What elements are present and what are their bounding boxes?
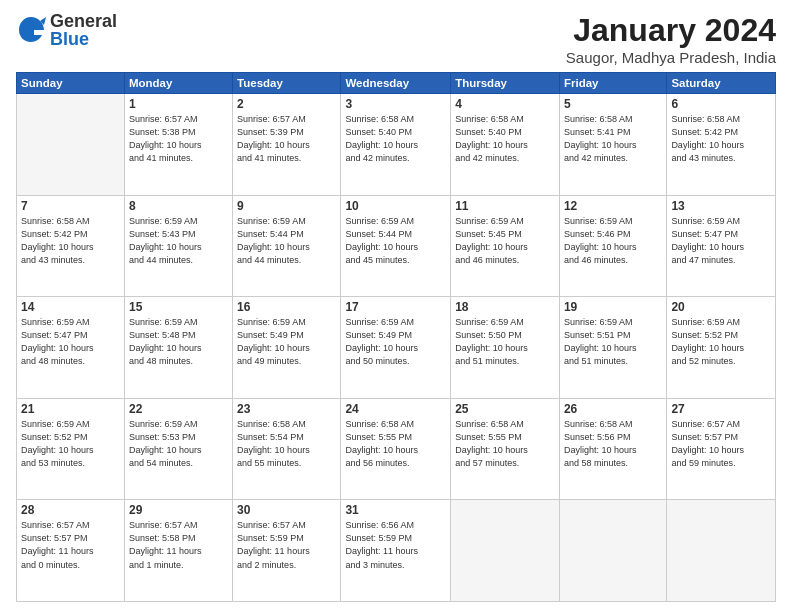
day-detail: Sunrise: 6:59 AM Sunset: 5:53 PM Dayligh… <box>129 418 228 470</box>
day-detail: Sunrise: 6:58 AM Sunset: 5:42 PM Dayligh… <box>671 113 771 165</box>
logo-text: General Blue <box>50 12 117 48</box>
week-row-5: 28Sunrise: 6:57 AM Sunset: 5:57 PM Dayli… <box>17 500 776 602</box>
calendar-cell: 13Sunrise: 6:59 AM Sunset: 5:47 PM Dayli… <box>667 195 776 297</box>
calendar-cell: 27Sunrise: 6:57 AM Sunset: 5:57 PM Dayli… <box>667 398 776 500</box>
calendar-cell: 16Sunrise: 6:59 AM Sunset: 5:49 PM Dayli… <box>233 297 341 399</box>
day-number: 26 <box>564 402 662 416</box>
column-header-saturday: Saturday <box>667 73 776 94</box>
calendar-cell <box>667 500 776 602</box>
day-number: 21 <box>21 402 120 416</box>
calendar-cell: 23Sunrise: 6:58 AM Sunset: 5:54 PM Dayli… <box>233 398 341 500</box>
week-row-3: 14Sunrise: 6:59 AM Sunset: 5:47 PM Dayli… <box>17 297 776 399</box>
calendar-cell: 24Sunrise: 6:58 AM Sunset: 5:55 PM Dayli… <box>341 398 451 500</box>
day-number: 29 <box>129 503 228 517</box>
day-number: 19 <box>564 300 662 314</box>
title-month: January 2024 <box>566 12 776 49</box>
day-detail: Sunrise: 6:59 AM Sunset: 5:47 PM Dayligh… <box>21 316 120 368</box>
calendar-cell: 8Sunrise: 6:59 AM Sunset: 5:43 PM Daylig… <box>124 195 232 297</box>
day-detail: Sunrise: 6:57 AM Sunset: 5:59 PM Dayligh… <box>237 519 336 571</box>
day-detail: Sunrise: 6:59 AM Sunset: 5:48 PM Dayligh… <box>129 316 228 368</box>
calendar-cell: 3Sunrise: 6:58 AM Sunset: 5:40 PM Daylig… <box>341 94 451 196</box>
logo-blue: Blue <box>50 30 117 48</box>
calendar-cell: 25Sunrise: 6:58 AM Sunset: 5:55 PM Dayli… <box>451 398 560 500</box>
week-row-2: 7Sunrise: 6:58 AM Sunset: 5:42 PM Daylig… <box>17 195 776 297</box>
day-detail: Sunrise: 6:57 AM Sunset: 5:39 PM Dayligh… <box>237 113 336 165</box>
calendar-cell: 26Sunrise: 6:58 AM Sunset: 5:56 PM Dayli… <box>559 398 666 500</box>
day-detail: Sunrise: 6:59 AM Sunset: 5:44 PM Dayligh… <box>345 215 446 267</box>
calendar-header-row: SundayMondayTuesdayWednesdayThursdayFrid… <box>17 73 776 94</box>
day-number: 9 <box>237 199 336 213</box>
day-number: 3 <box>345 97 446 111</box>
calendar-cell: 5Sunrise: 6:58 AM Sunset: 5:41 PM Daylig… <box>559 94 666 196</box>
day-detail: Sunrise: 6:58 AM Sunset: 5:56 PM Dayligh… <box>564 418 662 470</box>
day-number: 23 <box>237 402 336 416</box>
calendar-cell: 11Sunrise: 6:59 AM Sunset: 5:45 PM Dayli… <box>451 195 560 297</box>
day-detail: Sunrise: 6:59 AM Sunset: 5:49 PM Dayligh… <box>345 316 446 368</box>
day-number: 7 <box>21 199 120 213</box>
week-row-4: 21Sunrise: 6:59 AM Sunset: 5:52 PM Dayli… <box>17 398 776 500</box>
day-number: 30 <box>237 503 336 517</box>
day-number: 2 <box>237 97 336 111</box>
day-detail: Sunrise: 6:59 AM Sunset: 5:50 PM Dayligh… <box>455 316 555 368</box>
calendar-cell: 17Sunrise: 6:59 AM Sunset: 5:49 PM Dayli… <box>341 297 451 399</box>
calendar-cell: 10Sunrise: 6:59 AM Sunset: 5:44 PM Dayli… <box>341 195 451 297</box>
day-number: 22 <box>129 402 228 416</box>
calendar-cell: 19Sunrise: 6:59 AM Sunset: 5:51 PM Dayli… <box>559 297 666 399</box>
day-detail: Sunrise: 6:58 AM Sunset: 5:54 PM Dayligh… <box>237 418 336 470</box>
day-number: 5 <box>564 97 662 111</box>
calendar-cell: 12Sunrise: 6:59 AM Sunset: 5:46 PM Dayli… <box>559 195 666 297</box>
week-row-1: 1Sunrise: 6:57 AM Sunset: 5:38 PM Daylig… <box>17 94 776 196</box>
page: General Blue January 2024 Saugor, Madhya… <box>0 0 792 612</box>
day-detail: Sunrise: 6:58 AM Sunset: 5:40 PM Dayligh… <box>455 113 555 165</box>
day-number: 4 <box>455 97 555 111</box>
day-number: 20 <box>671 300 771 314</box>
day-number: 28 <box>21 503 120 517</box>
calendar-cell: 1Sunrise: 6:57 AM Sunset: 5:38 PM Daylig… <box>124 94 232 196</box>
column-header-friday: Friday <box>559 73 666 94</box>
day-number: 1 <box>129 97 228 111</box>
calendar-table: SundayMondayTuesdayWednesdayThursdayFrid… <box>16 72 776 602</box>
column-header-thursday: Thursday <box>451 73 560 94</box>
day-detail: Sunrise: 6:59 AM Sunset: 5:46 PM Dayligh… <box>564 215 662 267</box>
column-header-monday: Monday <box>124 73 232 94</box>
day-detail: Sunrise: 6:58 AM Sunset: 5:55 PM Dayligh… <box>345 418 446 470</box>
title-location: Saugor, Madhya Pradesh, India <box>566 49 776 66</box>
day-detail: Sunrise: 6:59 AM Sunset: 5:49 PM Dayligh… <box>237 316 336 368</box>
day-number: 15 <box>129 300 228 314</box>
day-detail: Sunrise: 6:59 AM Sunset: 5:52 PM Dayligh… <box>671 316 771 368</box>
column-header-tuesday: Tuesday <box>233 73 341 94</box>
calendar-cell: 21Sunrise: 6:59 AM Sunset: 5:52 PM Dayli… <box>17 398 125 500</box>
day-number: 18 <box>455 300 555 314</box>
calendar-cell <box>451 500 560 602</box>
logo-icon <box>16 15 46 45</box>
day-number: 11 <box>455 199 555 213</box>
header: General Blue January 2024 Saugor, Madhya… <box>16 12 776 66</box>
calendar-cell: 7Sunrise: 6:58 AM Sunset: 5:42 PM Daylig… <box>17 195 125 297</box>
calendar-cell: 20Sunrise: 6:59 AM Sunset: 5:52 PM Dayli… <box>667 297 776 399</box>
calendar-cell: 18Sunrise: 6:59 AM Sunset: 5:50 PM Dayli… <box>451 297 560 399</box>
day-number: 25 <box>455 402 555 416</box>
calendar-cell: 2Sunrise: 6:57 AM Sunset: 5:39 PM Daylig… <box>233 94 341 196</box>
column-header-wednesday: Wednesday <box>341 73 451 94</box>
day-number: 12 <box>564 199 662 213</box>
logo-general: General <box>50 12 117 30</box>
calendar-cell: 29Sunrise: 6:57 AM Sunset: 5:58 PM Dayli… <box>124 500 232 602</box>
calendar-cell: 15Sunrise: 6:59 AM Sunset: 5:48 PM Dayli… <box>124 297 232 399</box>
day-detail: Sunrise: 6:59 AM Sunset: 5:47 PM Dayligh… <box>671 215 771 267</box>
day-detail: Sunrise: 6:59 AM Sunset: 5:43 PM Dayligh… <box>129 215 228 267</box>
day-detail: Sunrise: 6:58 AM Sunset: 5:55 PM Dayligh… <box>455 418 555 470</box>
day-number: 8 <box>129 199 228 213</box>
day-number: 27 <box>671 402 771 416</box>
day-detail: Sunrise: 6:57 AM Sunset: 5:57 PM Dayligh… <box>21 519 120 571</box>
day-detail: Sunrise: 6:57 AM Sunset: 5:57 PM Dayligh… <box>671 418 771 470</box>
day-number: 31 <box>345 503 446 517</box>
calendar-cell <box>559 500 666 602</box>
column-header-sunday: Sunday <box>17 73 125 94</box>
calendar-cell: 4Sunrise: 6:58 AM Sunset: 5:40 PM Daylig… <box>451 94 560 196</box>
logo-area: General Blue <box>16 12 117 48</box>
calendar-cell <box>17 94 125 196</box>
day-detail: Sunrise: 6:57 AM Sunset: 5:38 PM Dayligh… <box>129 113 228 165</box>
day-detail: Sunrise: 6:59 AM Sunset: 5:45 PM Dayligh… <box>455 215 555 267</box>
day-number: 10 <box>345 199 446 213</box>
calendar-cell: 31Sunrise: 6:56 AM Sunset: 5:59 PM Dayli… <box>341 500 451 602</box>
